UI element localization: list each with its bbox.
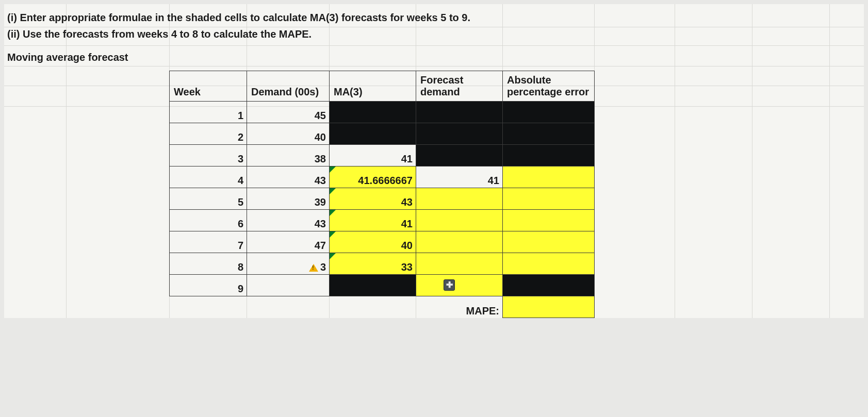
header-demand[interactable]: Demand (00s) [247,71,330,102]
cell-ma3[interactable]: 41 [330,210,416,231]
cell-ma3[interactable]: 40 [330,231,416,253]
table-row: 9✚ [170,275,595,296]
cell-ape[interactable] [503,231,595,253]
cell-forecast-demand[interactable] [416,123,503,145]
cell-ma3[interactable]: 33 [330,253,416,275]
cell-week[interactable]: 2 [170,123,247,145]
cell-ma3[interactable]: 41 [330,145,416,166]
cell-forecast-demand[interactable] [416,102,503,123]
cell-forecast-demand[interactable]: 41 [416,166,503,188]
cell-ma3[interactable]: 41.6666667 [330,166,416,188]
cell-ma3[interactable] [330,102,416,123]
cell-demand[interactable]: 43 [247,210,330,231]
header-forecast-demand[interactable]: Forecast demand [416,71,503,102]
cell-demand[interactable]: 47 [247,231,330,253]
cell-ape[interactable] [503,123,595,145]
instruction-line-1: (i) Enter appropriate formulae in the sh… [7,9,861,26]
table-row: 145 [170,102,595,123]
cell-demand-value: 40 [315,131,326,143]
table-row: 33841 [170,145,595,166]
cell-demand[interactable]: 45 [247,102,330,123]
fill-handle-icon[interactable]: ✚ [444,279,455,291]
header-ma3[interactable]: MA(3) [330,71,416,102]
cell-ape[interactable] [503,188,595,210]
table-row: 53943 [170,188,595,210]
instructions-block: (i) Enter appropriate formulae in the sh… [4,4,864,45]
cell-week[interactable]: 6 [170,210,247,231]
header-week[interactable]: Week [170,71,247,102]
cell-forecast-demand[interactable] [416,188,503,210]
cell-week[interactable]: 7 [170,231,247,253]
cell-ape[interactable] [503,210,595,231]
cell-week[interactable]: 9 [170,275,247,296]
table-row: 74740 [170,231,595,253]
cell-ape[interactable] [503,145,595,166]
section-title: Moving average forecast [4,45,864,71]
cell-demand[interactable]: 3 [247,253,330,275]
cell-week[interactable]: 8 [170,253,247,275]
table-container: Week Demand (00s) MA(3) Forecast demand … [4,71,864,318]
cell-demand[interactable] [247,275,330,296]
cell-forecast-demand[interactable] [416,145,503,166]
mape-label: MAPE: [416,296,503,318]
mape-value-cell[interactable] [503,296,595,318]
cell-ape[interactable] [503,275,595,296]
cell-ma3[interactable] [330,123,416,145]
cell-forecast-demand[interactable] [416,231,503,253]
cell-demand-value: 43 [315,175,326,186]
cell-demand[interactable]: 43 [247,166,330,188]
table-row: 240 [170,123,595,145]
cell-week[interactable]: 3 [170,145,247,166]
cell-forecast-demand[interactable] [416,253,503,275]
table-row: 8333 [170,253,595,275]
cell-demand[interactable]: 40 [247,123,330,145]
cell-ape[interactable] [503,253,595,275]
cell-forecast-demand[interactable] [416,210,503,231]
warning-icon [309,264,318,272]
cell-demand[interactable]: 38 [247,145,330,166]
cell-ape[interactable] [503,102,595,123]
header-ape[interactable]: Absolute percentage error [503,71,595,102]
cell-demand-value: 38 [315,153,326,164]
table-row: 64341 [170,210,595,231]
table-row: 44341.666666741 [170,166,595,188]
cell-ma3[interactable]: 43 [330,188,416,210]
cell-demand-value: 43 [315,218,326,229]
cell-demand-value: 45 [315,110,326,121]
mape-row: MAPE: [170,296,595,318]
cell-demand[interactable]: 39 [247,188,330,210]
forecast-table: Week Demand (00s) MA(3) Forecast demand … [169,71,595,318]
cell-week[interactable]: 4 [170,166,247,188]
instruction-line-2: (ii) Use the forecasts from weeks 4 to 8… [7,26,861,42]
cell-demand-value: 39 [315,196,326,208]
spreadsheet-sheet: (i) Enter appropriate formulae in the sh… [4,4,864,318]
cell-week[interactable]: 5 [170,188,247,210]
cell-forecast-demand[interactable] [416,275,503,296]
cell-ma3[interactable]: ✚ [330,275,416,296]
header-row: Week Demand (00s) MA(3) Forecast demand … [170,71,595,102]
cell-demand-value: 47 [315,240,326,251]
cell-week[interactable]: 1 [170,102,247,123]
cell-ape[interactable] [503,166,595,188]
cell-demand-value: 3 [320,261,326,273]
